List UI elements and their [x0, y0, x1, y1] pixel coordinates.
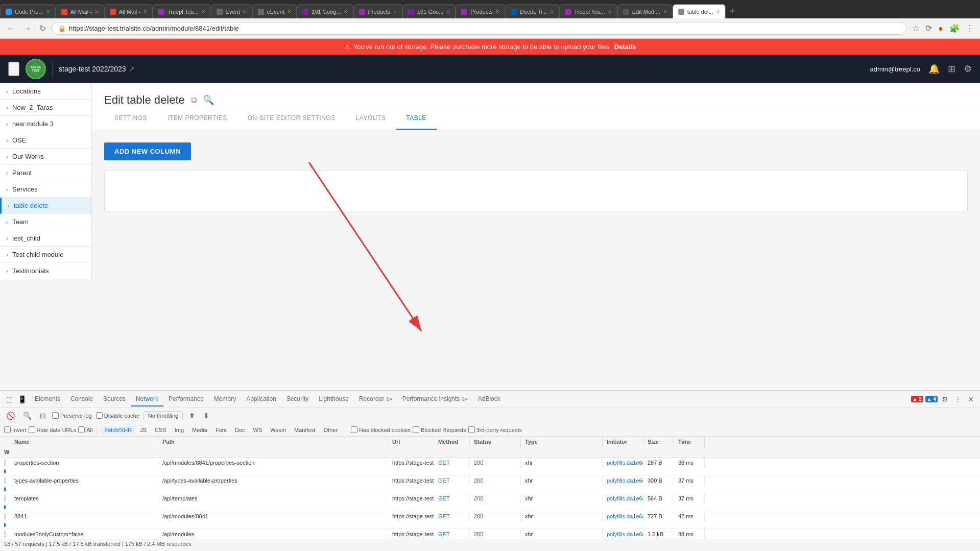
- tab-close-treepl-1[interactable]: ×: [202, 8, 205, 15]
- devtools-tab-adblock[interactable]: AdBlock: [473, 392, 506, 406]
- tab-close-deepl[interactable]: ×: [550, 8, 554, 15]
- tab-table[interactable]: TABLE: [396, 107, 437, 130]
- devtools-more-icon[interactable]: ⋮: [952, 394, 964, 404]
- tab-close-event[interactable]: ×: [243, 8, 247, 15]
- network-row[interactable]: properties-section /api/modules/8841/pro…: [0, 458, 980, 475]
- header-name[interactable]: Name: [10, 437, 158, 447]
- invert-checkbox[interactable]: [4, 426, 11, 433]
- tab-treepl-1[interactable]: Treepl Tea... ×: [153, 4, 211, 18]
- row-checkbox[interactable]: [0, 511, 10, 521]
- row-checkbox[interactable]: [0, 493, 10, 504]
- type-filter-manifest[interactable]: Manifest: [291, 426, 319, 434]
- type-filter-ws[interactable]: WS: [250, 426, 266, 434]
- header-time[interactable]: Time: [674, 437, 705, 447]
- devtools-tab-memory[interactable]: Memory: [209, 392, 241, 406]
- address-bar[interactable]: 🔒 https://stage-test.trialsite.co/admin/…: [52, 22, 907, 35]
- tab-table-del[interactable]: table del... ×: [673, 4, 726, 18]
- type-filter-wasm[interactable]: Wasm: [267, 426, 289, 434]
- filter-icon[interactable]: ⊟: [38, 411, 48, 421]
- sidebar-item-table-delete[interactable]: › table delete: [0, 198, 91, 214]
- hamburger-button[interactable]: ☰: [8, 62, 19, 76]
- tab-layouts[interactable]: LAYOUTS: [346, 107, 396, 130]
- profile-icon[interactable]: ●: [936, 22, 945, 35]
- all-checkbox[interactable]: [78, 426, 85, 433]
- row-checkbox[interactable]: [0, 458, 10, 468]
- devtools-tab-lighthouse[interactable]: Lighthouse: [314, 392, 354, 406]
- preview-zoom-icon[interactable]: 🔍: [203, 94, 214, 106]
- devtools-tab-sources[interactable]: Sources: [98, 392, 131, 406]
- import-icon[interactable]: ⬆: [187, 411, 197, 421]
- add-new-column-button[interactable]: ADD NEW COLUMN: [104, 142, 191, 160]
- tab-deepl[interactable]: DeepL Tr... ×: [505, 4, 559, 18]
- sidebar-item-testimonials[interactable]: › Testimonials: [0, 263, 91, 279]
- sidebar-item-team[interactable]: › Team: [0, 214, 91, 230]
- header-path[interactable]: Path: [158, 437, 388, 447]
- settings-gear-icon[interactable]: ⚙: [964, 63, 972, 75]
- type-filter-other[interactable]: Other: [321, 426, 341, 434]
- bookmark-star-icon[interactable]: ☆: [910, 21, 921, 35]
- sidebar-item-parent[interactable]: › Parent: [0, 165, 91, 181]
- type-filter-js[interactable]: JS: [137, 426, 150, 434]
- header-url[interactable]: Url: [388, 437, 434, 447]
- tab-gmail-1[interactable]: All Mail - ×: [56, 4, 104, 18]
- header-type[interactable]: Type: [521, 437, 603, 447]
- type-filter-doc[interactable]: Doc: [232, 426, 248, 434]
- devtools-tab-recorder[interactable]: Recorder ⌲: [354, 392, 397, 406]
- devtools-settings-icon[interactable]: ⚙: [940, 394, 950, 404]
- refresh-icon[interactable]: ⟳: [923, 21, 934, 35]
- row-checkbox[interactable]: [0, 475, 10, 486]
- tab-onsite-editor[interactable]: ON-SITE EDITOR SETTINGS: [237, 107, 346, 130]
- third-party-checkbox[interactable]: [468, 426, 475, 433]
- type-filter-css[interactable]: CSS: [152, 426, 170, 434]
- type-filter-fetch-xhr[interactable]: Fetch/XHR: [101, 426, 135, 434]
- sidebar-item-locations[interactable]: › Locations: [0, 83, 91, 100]
- sidebar-item-our-works[interactable]: › Our Works: [0, 149, 91, 165]
- tab-close-treepl-2[interactable]: ×: [608, 8, 612, 15]
- sidebar-item-test-child-module[interactable]: › Test child module: [0, 247, 91, 263]
- type-filter-font[interactable]: Font: [212, 426, 230, 434]
- clear-network-icon[interactable]: 🚫: [4, 411, 17, 421]
- tab-code-pro[interactable]: Code Pro... ×: [0, 4, 56, 18]
- device-toolbar-icon[interactable]: 📱: [16, 394, 29, 404]
- devtools-tab-elements[interactable]: Elements: [30, 392, 65, 406]
- tab-101-2[interactable]: 101 Goo... ×: [402, 4, 456, 18]
- tab-treepl-2[interactable]: Treepl Tea... ×: [559, 4, 617, 18]
- tab-101-1[interactable]: 101 Goog... ×: [297, 4, 353, 18]
- devtools-tab-application[interactable]: Application: [241, 392, 281, 406]
- devtools-tab-security[interactable]: Security: [281, 392, 314, 406]
- tab-products-2[interactable]: Products ×: [456, 4, 505, 18]
- tab-gmail-2[interactable]: All Mail - ×: [104, 4, 153, 18]
- back-button[interactable]: ←: [4, 23, 17, 34]
- network-row[interactable]: modules?onlyCustom=false /api/modules ht…: [0, 529, 980, 539]
- header-initiator[interactable]: Initiator: [603, 437, 643, 447]
- sidebar-item-new2taras[interactable]: › New_2_Taras: [0, 100, 91, 116]
- devtools-tab-performance[interactable]: Performance: [163, 392, 209, 406]
- tab-eevent[interactable]: eEvent ×: [252, 4, 297, 18]
- tab-close-code-pro[interactable]: ×: [46, 8, 50, 15]
- tab-close-products-1[interactable]: ×: [393, 8, 397, 15]
- tab-close-products-2[interactable]: ×: [496, 8, 499, 15]
- export-icon[interactable]: ⬇: [201, 411, 211, 421]
- tab-close-table-del[interactable]: ×: [716, 8, 720, 15]
- inspect-element-icon[interactable]: ⬚: [4, 394, 15, 404]
- tab-item-properties[interactable]: ITEM PROPERTIES: [157, 107, 237, 130]
- extension-icon[interactable]: 🧩: [947, 21, 962, 35]
- header-method[interactable]: Method: [434, 437, 470, 447]
- external-link-icon[interactable]: ↗: [129, 65, 134, 73]
- forward-button[interactable]: →: [20, 23, 34, 34]
- tab-close-gmail-2[interactable]: ×: [144, 8, 147, 15]
- tab-close-101-1[interactable]: ×: [344, 8, 348, 15]
- tab-close-101-2[interactable]: ×: [446, 8, 450, 15]
- tab-close-edit-mod[interactable]: ×: [663, 8, 667, 15]
- blocked-requests-checkbox[interactable]: [413, 426, 419, 433]
- settings-icon[interactable]: ⋮: [964, 21, 976, 35]
- network-row[interactable]: types-available-properties /api/types-av…: [0, 475, 980, 493]
- sidebar-item-ose[interactable]: › OSE: [0, 132, 91, 149]
- tab-edit-mod[interactable]: Edit Modi... ×: [617, 4, 673, 18]
- devtools-tab-console[interactable]: Console: [65, 392, 98, 406]
- preview-icon[interactable]: ⊞: [948, 63, 955, 75]
- throttling-select[interactable]: No throttling: [144, 411, 183, 420]
- copy-icon[interactable]: ⧉: [191, 95, 197, 105]
- network-row[interactable]: templates /api/templates https://stage-t…: [0, 493, 980, 511]
- header-status[interactable]: Status: [470, 437, 521, 447]
